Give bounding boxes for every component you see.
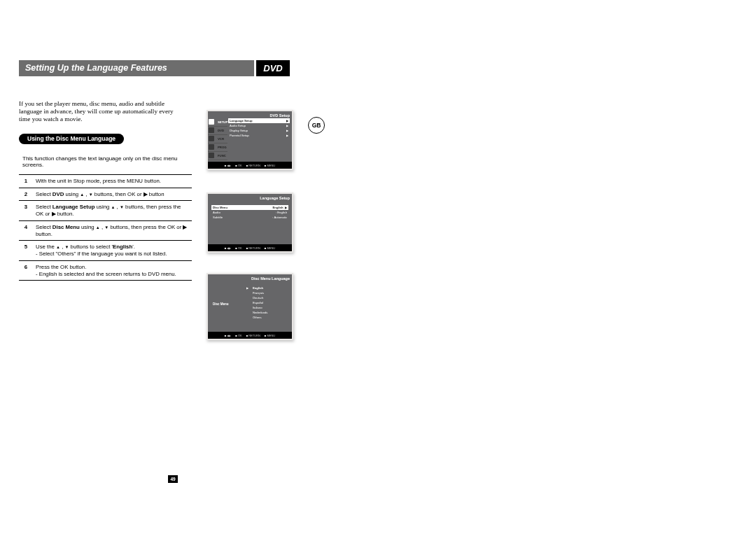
tab-icon [209,127,214,133]
triangle-up-icon: ▲ [56,245,60,249]
osd-menu-item[interactable]: Language Setup▶ [228,118,290,123]
region-gb-badge: GB [308,117,325,134]
triangle-down-icon: ▼ [65,245,69,249]
check-icon [246,290,251,295]
osd-menu-item[interactable]: Display Setup▶ [228,128,290,133]
page-header: Setting Up the Language Features DVD [19,60,321,76]
tab-icon [209,153,214,158]
osd-hint: ■ OK [235,164,241,167]
check-icon [246,310,251,315]
osd-language-setup: Language Setup Disc MenuEnglish ▶Audio: … [206,192,293,253]
tab-icon [209,119,214,125]
triangle-up-icon: ▲ [111,205,115,209]
step-text: Select DVD using ▲ , ▼ buttons, then OK … [33,188,192,201]
osd-language-option[interactable]: Español [246,300,286,305]
page-number: 49 [168,475,178,483]
check-icon [246,300,251,305]
triangle-up-icon: ▲ [96,225,100,230]
step-number: 3 [19,201,33,220]
header-spacer [290,60,321,76]
step-row: 1With the unit in Stop mode, press the M… [19,175,192,188]
osd-hint: ■ MENU [265,164,275,167]
step-row: 4Select Disc Menu using ▲ , ▼ buttons, t… [19,220,192,240]
osd-hint: ■ ◀▶ [225,334,232,337]
page-title: Setting Up the Language Features [19,60,254,76]
osd-hint: ■ RETURN [246,246,260,250]
osd-left-label: Disc Menu [213,302,229,306]
osd-hint: ■ RETURN [246,164,260,167]
osd-dvd-setup: DVD Setup SETUPDVDVCRPROGFUNC Language S… [206,110,293,170]
osd-tab[interactable]: PROG [208,143,227,152]
osd-menu-item[interactable]: Subtitle: Automatic [211,215,288,220]
intro-paragraph: If you set the player menu, disc menu, a… [19,100,185,123]
osd-hint: ■ OK [235,334,241,337]
osd-hint: ■ MENU [265,334,275,337]
osd-disc-menu-language: Disc Menu Language Disc Menu ▶EnglishFra… [206,273,293,340]
osd-tab[interactable]: DVD [208,127,227,135]
osd-language-option[interactable]: Italiano [246,305,286,310]
step-number: 5 [19,241,33,260]
step-text: Select Disc Menu using ▲ , ▼ buttons, th… [33,220,192,240]
osd-language-option[interactable]: Deutsch [246,295,286,300]
step-row: 3Select Language Setup using ▲ , ▼ butto… [19,201,192,220]
dvd-badge: DVD [256,60,290,76]
osd-menu-item[interactable]: Audio: English [211,210,288,215]
triangle-down-icon: ▼ [104,225,108,230]
osd-tab[interactable]: FUNC [208,152,227,160]
osd-menu-item[interactable]: Parental Setup▶ [228,133,290,138]
osd-bottom-bar: ■ ◀▶■ OK■ RETURN■ MENU [208,162,292,169]
step-row: 5Use the ▲ , ▼ buttons to select 'Englis… [19,241,192,260]
step-number: 2 [19,188,33,201]
check-icon: ▶ [246,286,251,290]
section-subheading: Using the Disc Menu Language [19,134,124,144]
osd-title: DVD Setup [270,113,290,118]
osd-tab[interactable]: VCR [208,135,227,143]
check-icon [246,315,251,320]
osd-title: Disc Menu Language [251,276,290,281]
osd-language-option[interactable]: Français [246,290,286,295]
triangle-up-icon: ▲ [80,192,84,197]
osd-menu-item[interactable]: Disc MenuEnglish ▶ [211,205,288,210]
osd-title: Language Setup [260,196,290,200]
check-icon [246,295,251,300]
osd-language-option[interactable]: Nederlands [246,310,286,315]
step-number: 4 [19,220,33,240]
step-text: Press the OK button.- English is selecte… [33,260,192,280]
triangle-down-icon: ▼ [120,205,124,209]
steps-table: 1With the unit in Stop mode, press the M… [19,174,192,281]
osd-hint: ■ ◀▶ [225,164,232,167]
osd-hint: ■ ◀▶ [225,246,232,250]
tab-icon [209,144,214,150]
step-text: Use the ▲ , ▼ buttons to select 'English… [33,241,192,260]
tab-icon [209,136,214,141]
step-row: 6Press the OK button.- English is select… [19,260,192,280]
osd-bottom-bar: ■ ◀▶■ OK■ RETURN■ MENU [208,244,292,251]
section-description: This function changes the text language … [22,155,187,168]
check-icon [246,305,251,310]
osd-language-option[interactable]: Others [246,315,286,320]
step-text: Select Language Setup using ▲ , ▼ button… [33,201,192,220]
osd-hint: ■ OK [235,246,241,250]
osd-language-option[interactable]: ▶English [246,286,286,290]
step-number: 6 [19,260,33,280]
osd-bottom-bar: ■ ◀▶■ OK■ RETURN■ MENU [208,332,292,339]
osd-menu-item[interactable]: Audio Setup▶ [228,123,290,128]
step-row: 2Select DVD using ▲ , ▼ buttons, then OK… [19,188,192,201]
osd-hint: ■ MENU [265,246,275,250]
triangle-down-icon: ▼ [89,192,93,197]
osd-hint: ■ RETURN [246,334,260,337]
osd-tab[interactable]: SETUP [208,118,227,127]
step-text: With the unit in Stop mode, press the ME… [33,175,192,188]
step-number: 1 [19,175,33,188]
